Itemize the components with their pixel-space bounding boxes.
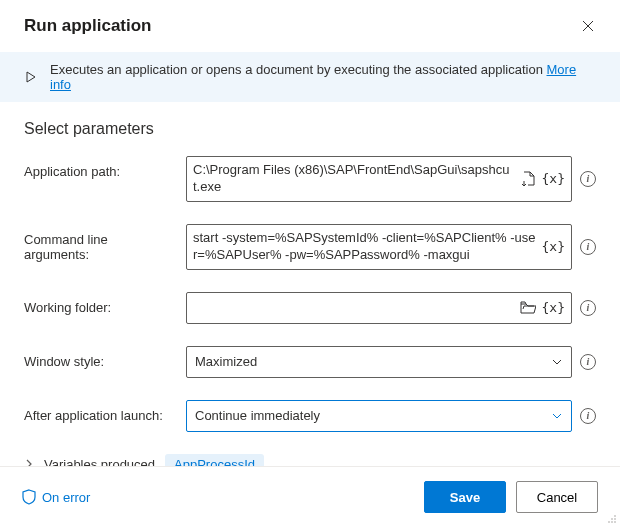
svg-point-4: [611, 521, 613, 523]
on-error-button[interactable]: On error: [22, 489, 90, 505]
info-text-content: Executes an application or opens a docum…: [50, 62, 547, 77]
row-application-path: Application path: C:\Program Files (x86)…: [24, 156, 596, 202]
info-bar: Executes an application or opens a docum…: [0, 52, 620, 102]
svg-point-3: [608, 521, 610, 523]
application-path-value: C:\Program Files (x86)\SAP\FrontEnd\SapG…: [193, 162, 516, 196]
chevron-down-icon: [551, 410, 563, 422]
window-style-select[interactable]: Maximized: [186, 346, 572, 378]
close-icon: [582, 20, 594, 32]
after-launch-select[interactable]: Continue immediately: [186, 400, 572, 432]
label-working-folder: Working folder:: [24, 292, 174, 315]
svg-point-5: [614, 521, 616, 523]
variables-produced-row[interactable]: Variables produced AppProcessId: [24, 454, 596, 466]
input-icons: {x}: [542, 239, 565, 254]
section-title: Select parameters: [24, 120, 596, 138]
help-icon[interactable]: i: [580, 408, 596, 424]
resize-grip-icon[interactable]: [607, 514, 617, 524]
help-icon[interactable]: i: [580, 239, 596, 255]
input-icons: {x}: [520, 300, 565, 315]
select-file-icon[interactable]: [522, 171, 536, 187]
row-window-style: Window style: Maximized i: [24, 346, 596, 378]
dialog-header: Run application: [0, 0, 620, 52]
svg-point-2: [614, 518, 616, 520]
command-args-value: start -system=%SAPSystemId% -client=%SAP…: [193, 230, 536, 264]
help-icon[interactable]: i: [580, 171, 596, 187]
chevron-right-icon: [24, 459, 34, 466]
on-error-label: On error: [42, 490, 90, 505]
label-command-args: Command line arguments:: [24, 224, 174, 262]
help-icon[interactable]: i: [580, 300, 596, 316]
row-command-args: Command line arguments: start -system=%S…: [24, 224, 596, 270]
svg-point-1: [611, 518, 613, 520]
footer-buttons: Save Cancel: [424, 481, 598, 513]
input-icons: {x}: [522, 171, 565, 187]
variable-badge[interactable]: AppProcessId: [165, 454, 264, 466]
after-launch-value: Continue immediately: [195, 408, 320, 423]
svg-point-0: [614, 515, 616, 517]
command-args-input[interactable]: start -system=%SAPSystemId% -client=%SAP…: [186, 224, 572, 270]
close-button[interactable]: [576, 14, 600, 38]
label-after-launch: After application launch:: [24, 400, 174, 423]
dialog-body: Select parameters Application path: C:\P…: [0, 102, 620, 466]
field-wrap-working-folder: {x} i: [186, 292, 596, 324]
field-wrap-window-style: Maximized i: [186, 346, 596, 378]
run-icon: [24, 70, 38, 84]
run-application-dialog: Run application Executes an application …: [0, 0, 620, 527]
dialog-footer: On error Save Cancel: [0, 466, 620, 527]
dialog-title: Run application: [24, 16, 152, 36]
row-working-folder: Working folder: {x} i: [24, 292, 596, 324]
cancel-button[interactable]: Cancel: [516, 481, 598, 513]
variable-token-button[interactable]: {x}: [542, 300, 565, 315]
field-wrap-after-launch: Continue immediately i: [186, 400, 596, 432]
save-button[interactable]: Save: [424, 481, 506, 513]
field-wrap-command-args: start -system=%SAPSystemId% -client=%SAP…: [186, 224, 596, 270]
label-window-style: Window style:: [24, 346, 174, 369]
variables-produced-label: Variables produced: [44, 457, 155, 466]
folder-icon[interactable]: [520, 301, 536, 314]
working-folder-input[interactable]: {x}: [186, 292, 572, 324]
row-after-launch: After application launch: Continue immed…: [24, 400, 596, 432]
field-wrap-application-path: C:\Program Files (x86)\SAP\FrontEnd\SapG…: [186, 156, 596, 202]
label-application-path: Application path:: [24, 156, 174, 179]
application-path-input[interactable]: C:\Program Files (x86)\SAP\FrontEnd\SapG…: [186, 156, 572, 202]
chevron-down-icon: [551, 356, 563, 368]
window-style-value: Maximized: [195, 354, 257, 369]
help-icon[interactable]: i: [580, 354, 596, 370]
variable-token-button[interactable]: {x}: [542, 171, 565, 186]
shield-icon: [22, 489, 36, 505]
info-text: Executes an application or opens a docum…: [50, 62, 600, 92]
variable-token-button[interactable]: {x}: [542, 239, 565, 254]
